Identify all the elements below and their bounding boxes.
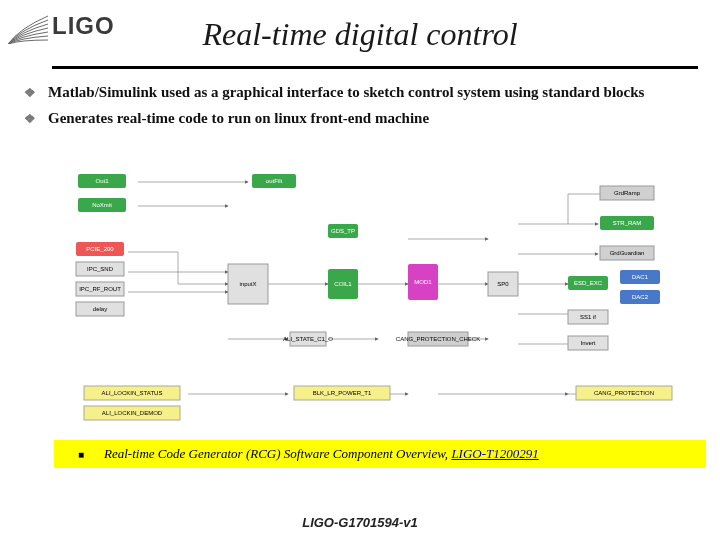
svg-text:SS1 if: SS1 if [580,314,596,320]
slide-footer: LIGO-G1701594-v1 [0,515,720,530]
reference-bar: ■ Real-time Code Generator (RCG) Softwar… [54,440,706,468]
svg-text:GrdRamp: GrdRamp [614,190,641,196]
svg-text:inputX: inputX [239,281,256,287]
reference-prefix: Real-time Code Generator (RCG) Software … [104,446,451,461]
svg-text:outFilt: outFilt [266,178,283,184]
diamond-bullet-icon: ❖ [24,84,36,102]
title-underline [52,66,698,69]
bullet-text: Matlab/Simulink used as a graphical inte… [44,82,690,102]
bullet-text: Generates real-time code to run on linux… [44,108,690,128]
svg-text:COIL1: COIL1 [334,281,352,287]
svg-text:SP0: SP0 [497,281,509,287]
bullet-item: ❖ Generates real-time code to run on lin… [24,108,690,128]
svg-text:GrdGuardian: GrdGuardian [610,250,645,256]
svg-text:ALI_STATE_C1_O: ALI_STATE_C1_O [283,336,333,342]
svg-text:GDS_TP: GDS_TP [331,228,355,234]
slide-header: LIGO Real-time digital control [0,0,720,44]
diamond-bullet-icon: ❖ [24,110,36,128]
svg-text:IPC_SND: IPC_SND [87,266,114,272]
svg-text:DAC1: DAC1 [632,274,649,280]
svg-text:PCIE_200: PCIE_200 [86,246,114,252]
simulink-diagram: Out1 NoXmit outFilt PCIE_200 IPC_SND IPC… [68,164,704,434]
svg-text:CANG_PROTECTION: CANG_PROTECTION [594,390,654,396]
slide-title: Real-time digital control [202,16,517,53]
svg-text:BLK_LR_POWER_T1: BLK_LR_POWER_T1 [313,390,372,396]
logo-lines-icon [8,8,48,44]
svg-text:Out1: Out1 [95,178,109,184]
svg-text:MOD1: MOD1 [414,279,432,285]
svg-text:NoXmit: NoXmit [92,202,112,208]
reference-text: Real-time Code Generator (RCG) Software … [104,446,539,462]
bullet-item: ❖ Matlab/Simulink used as a graphical in… [24,82,690,102]
bullet-list: ❖ Matlab/Simulink used as a graphical in… [24,82,690,135]
reference-link[interactable]: LIGO-T1200291 [451,446,538,461]
svg-text:ALI_LOCKIN_DEMOD: ALI_LOCKIN_DEMOD [102,410,163,416]
svg-text:ESD_EXC: ESD_EXC [574,280,603,286]
svg-text:Invert: Invert [580,340,595,346]
logo: LIGO [8,8,115,44]
square-bullet-icon: ■ [78,449,84,460]
logo-text: LIGO [52,12,115,40]
svg-text:IPC_RF_ROUT: IPC_RF_ROUT [79,286,121,292]
svg-text:ALI_LOCKIN_STATUS: ALI_LOCKIN_STATUS [102,390,163,396]
svg-text:CANG_PROTECTION_CHECK: CANG_PROTECTION_CHECK [396,336,480,342]
svg-text:STR_RAM: STR_RAM [613,220,642,226]
svg-text:DAC2: DAC2 [632,294,649,300]
svg-text:delay: delay [93,306,107,312]
